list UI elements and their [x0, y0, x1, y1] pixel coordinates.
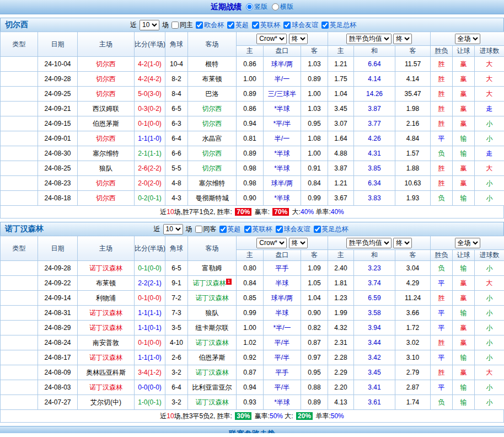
match-row: 英超 24-09-21 西汉姆联 0-3(0-2) 6-5 切尔西 0.86 *…	[1, 102, 504, 116]
league-filter-option[interactable]: 英足总杯	[314, 225, 348, 234]
league-filter-option[interactable]: 英联杯	[244, 225, 272, 234]
away-team[interactable]: 比利亚雷亚尔	[188, 380, 237, 395]
games-count-select[interactable]: 10	[163, 224, 183, 235]
europe-stage-select[interactable]: 终	[393, 34, 412, 44]
away-team[interactable]: 诺丁汉森林1	[188, 276, 237, 291]
league-filter-checkbox[interactable]	[283, 22, 291, 29]
away-team[interactable]: 布莱顿	[188, 72, 237, 87]
asia-home-odds: 0.86	[237, 57, 264, 72]
home-team[interactable]: 塞尔维特	[78, 146, 135, 161]
league-filter-option[interactable]: 欧会杯	[196, 20, 224, 30]
result-cell: 平	[431, 131, 453, 146]
same-venue-option[interactable]: 同主	[171, 20, 193, 30]
league-filter-checkbox[interactable]	[314, 226, 321, 233]
home-team[interactable]: 诺丁汉森林	[78, 306, 135, 321]
euro-away-odds: 3.04	[395, 261, 431, 276]
goals-result-cell: 小	[475, 116, 504, 131]
match-row: 英超 24-09-15 伯恩茅斯 0-1(0-0) 6-3 切尔西 0.94 *…	[1, 116, 504, 131]
league-filter-checkbox[interactable]	[244, 226, 251, 233]
home-team[interactable]: 利物浦	[78, 291, 135, 306]
away-team-name: 纽卡斯尔联	[196, 324, 229, 332]
match-date: 24-09-14	[38, 291, 78, 306]
away-team[interactable]: 切尔西	[188, 161, 237, 176]
league-filter-option[interactable]: 球会友谊	[283, 20, 318, 30]
scope-select[interactable]: 全场	[455, 34, 480, 44]
away-team[interactable]: 曼彻斯特城	[188, 191, 237, 206]
league-type-badge: 英超	[1, 161, 38, 176]
home-team[interactable]: 南安普敦	[78, 335, 135, 350]
away-team[interactable]: 狼队	[188, 306, 237, 321]
home-team[interactable]: 切尔西	[78, 191, 135, 206]
home-team[interactable]: 诺丁汉森林	[78, 380, 135, 395]
odds-stage-select[interactable]: 终	[289, 238, 308, 248]
home-team[interactable]: 切尔西	[78, 87, 135, 102]
league-filter-checkbox[interactable]	[196, 22, 203, 29]
team-section-forest: 诺丁汉森林 近 10 场 同客 英超 英联杯	[0, 222, 504, 423]
europe-stage-select[interactable]: 终	[393, 238, 412, 248]
europe-odds-select[interactable]: 胜平负均值	[346, 238, 392, 248]
euro-home-odds: 2.28	[328, 350, 354, 365]
away-team[interactable]: 诺丁汉森林	[188, 291, 237, 306]
home-team[interactable]: 伯恩茅斯	[78, 116, 135, 131]
league-filter-option[interactable]: 英超	[219, 225, 241, 234]
home-team[interactable]: 诺丁汉森林	[78, 350, 135, 365]
league-filter-option[interactable]: 英超	[227, 20, 249, 30]
layout-vertical-radio[interactable]	[246, 3, 253, 10]
away-team[interactable]: 切尔西	[188, 146, 237, 161]
odds-company-select[interactable]: Crow*	[256, 34, 287, 44]
league-filter-checkbox[interactable]	[276, 226, 283, 233]
home-team[interactable]: 布莱顿	[78, 276, 135, 291]
home-team[interactable]: 诺丁汉森林	[78, 321, 135, 335]
layout-vertical-option[interactable]: 竖版	[246, 2, 267, 12]
home-team[interactable]: 切尔西	[78, 176, 135, 191]
col-away: 客场	[188, 32, 237, 57]
match-row: 欧会杯 24-10-04 切尔西 4-2(1-0) 10-4 根特 0.86 球…	[1, 57, 504, 72]
games-count-select[interactable]: 10	[140, 20, 159, 30]
subcol-asia-handicap: 盘口	[264, 250, 301, 261]
result-cell: 平	[431, 321, 453, 335]
same-venue-checkbox[interactable]	[195, 226, 202, 233]
away-team[interactable]: 切尔西	[188, 102, 237, 116]
match-date: 24-09-28	[38, 261, 78, 276]
away-team[interactable]: 诺丁汉森林	[188, 395, 237, 410]
away-team[interactable]: 水晶宫	[188, 131, 237, 146]
away-team[interactable]: 诺丁汉森林	[188, 365, 237, 380]
home-team[interactable]: 狼队	[78, 161, 135, 176]
home-team[interactable]: 诺丁汉森林	[78, 261, 135, 276]
league-filter-checkbox[interactable]	[252, 22, 259, 29]
away-team[interactable]: 根特	[188, 57, 237, 72]
home-team[interactable]: 切尔西	[78, 72, 135, 87]
same-venue-option[interactable]: 同客	[195, 225, 217, 234]
away-team[interactable]: 巴洛	[188, 87, 237, 102]
league-filter-checkbox[interactable]	[219, 226, 227, 233]
home-team[interactable]: 西汉姆联	[78, 102, 135, 116]
league-filter-checkbox[interactable]	[321, 22, 329, 29]
away-team[interactable]: 伯恩茅斯	[188, 350, 237, 365]
layout-horizontal-option[interactable]: 横版	[272, 2, 293, 12]
near-label: 近	[130, 20, 137, 30]
home-team[interactable]: 艾尔切(中)	[78, 395, 135, 410]
away-team[interactable]: 富勒姆	[188, 261, 237, 276]
euro-draw-odds: 3.58	[354, 306, 395, 321]
euro-draw-odds: 6.34	[354, 176, 395, 191]
away-team[interactable]: 诺丁汉森林	[188, 335, 237, 350]
away-team-name: 诺丁汉森林	[196, 369, 229, 376]
home-team[interactable]: 切尔西	[78, 57, 135, 72]
euro-away-odds: 35.47	[395, 87, 431, 102]
league-filter-checkbox[interactable]	[227, 22, 234, 29]
league-filter-option[interactable]: 英足总杯	[321, 20, 356, 30]
europe-odds-select[interactable]: 胜平负均值	[346, 34, 392, 44]
odds-company-select[interactable]: Crow*	[256, 238, 287, 248]
league-filter-option[interactable]: 英联杯	[252, 20, 280, 30]
home-team[interactable]: 奥林匹亚科斯	[78, 365, 135, 380]
score: 4-2(1-0)	[135, 57, 165, 72]
odds-stage-select[interactable]: 终	[289, 34, 308, 44]
away-team[interactable]: 切尔西	[188, 116, 237, 131]
home-team[interactable]: 切尔西	[78, 131, 135, 146]
away-team[interactable]: 塞尔维特	[188, 176, 237, 191]
scope-select[interactable]: 全场	[455, 238, 480, 248]
league-filter-option[interactable]: 球会友谊	[276, 225, 310, 234]
same-venue-checkbox[interactable]	[171, 22, 179, 29]
layout-horizontal-radio[interactable]	[272, 3, 279, 10]
away-team[interactable]: 纽卡斯尔联	[188, 321, 237, 335]
